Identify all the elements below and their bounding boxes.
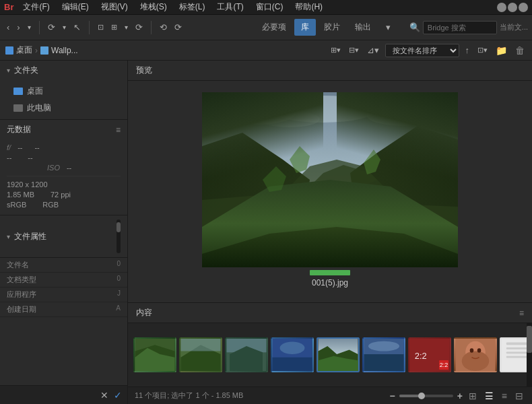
zoom-minus-btn[interactable]: − [389, 391, 395, 401]
aperture-label: f/ [7, 143, 11, 152]
fileprops-scrollbar-thumb[interactable] [117, 222, 121, 232]
thumbnail-5[interactable] [317, 337, 360, 372]
output-button[interactable]: ⊞ [108, 22, 120, 33]
content-menu-icon[interactable]: ≡ [519, 308, 524, 318]
recent-dropdown[interactable]: ▾ [60, 22, 69, 33]
redo-button[interactable]: ⟳ [172, 21, 185, 34]
view-options-btn[interactable]: ⊟▾ [347, 44, 361, 56]
undo-button[interactable]: ⟲ [157, 21, 170, 34]
thumbnail-6[interactable] [362, 337, 405, 372]
colorspace-val: sRGB [7, 201, 26, 209]
ppi-val: 72 ppi [51, 191, 71, 199]
thumb1-img [135, 339, 175, 371]
edit-group: ⟲ ⟳ [157, 21, 185, 34]
sort-asc-btn[interactable]: ↑ [463, 44, 472, 57]
content-label: 内容 [136, 307, 152, 318]
filter-icon[interactable]: ⊿▾ [365, 44, 381, 57]
camera-raw-button[interactable]: ⊡ [95, 22, 106, 33]
colormode-val: RGB [42, 201, 59, 209]
sort-dropdown[interactable]: 按文件名排序 [385, 44, 459, 57]
tab-filmstrip[interactable]: 胶片 [317, 19, 347, 36]
menu-edit[interactable]: 编辑(E) [57, 0, 94, 14]
view-grid-btn[interactable]: ⊞ [467, 389, 479, 403]
folders-header[interactable]: ▾ 文件夹 [0, 61, 127, 80]
minimize-button[interactable] [497, 3, 506, 12]
close-button[interactable] [519, 3, 528, 12]
fileprop-filename-key: 文件名 [7, 260, 47, 270]
filter-btn[interactable]: ⊞▾ [329, 44, 343, 56]
landscape-bg [202, 92, 458, 267]
menu-window[interactable]: 窗口(C) [251, 0, 289, 14]
aperture-val: -- [18, 143, 22, 152]
thumbnail-8[interactable] [454, 337, 497, 372]
tab-output[interactable]: 输出 [348, 19, 378, 36]
zoom-plus-btn[interactable]: + [457, 391, 463, 401]
metadata-header[interactable]: 元数据 ≡ [0, 120, 127, 139]
view-panel-btn[interactable]: ⊟ [513, 389, 525, 403]
svg-point-4 [259, 111, 320, 127]
metadata-menu-icon[interactable]: ≡ [116, 125, 121, 135]
menu-label[interactable]: 标签(L) [174, 0, 211, 14]
forward-button[interactable]: › [14, 21, 22, 34]
thumbnail-9[interactable] [500, 337, 527, 372]
view-list-btn[interactable]: ☰ [483, 389, 496, 403]
thumbnail-4[interactable] [271, 337, 314, 372]
view-detail-btn[interactable]: ≡ [500, 389, 509, 403]
thumbnail-7[interactable]: 2:2 2:2 [408, 337, 451, 372]
new-folder-btn[interactable]: 📁 [494, 44, 509, 57]
thumb3-img [226, 339, 267, 371]
menu-stack[interactable]: 堆栈(S) [135, 0, 172, 14]
fileprops-header[interactable]: ▾ 文件属性 [0, 215, 127, 258]
svg-rect-42 [506, 351, 527, 354]
svg-point-1 [215, 100, 296, 125]
sync-button[interactable]: ⟳ [133, 21, 145, 34]
iso-val: -- [67, 164, 71, 172]
tab-library[interactable]: 库 [294, 19, 316, 36]
tab-more[interactable]: ▾ [379, 20, 397, 35]
scrollbar-thumb[interactable] [527, 326, 532, 353]
search-scope-label: 当前文... [500, 22, 528, 32]
thumbnail-3[interactable] [225, 337, 268, 372]
rotate-view-btn[interactable]: ⊡▾ [475, 44, 490, 56]
svg-rect-43 [506, 356, 527, 358]
breadcrumb-desktop-icon [5, 46, 13, 55]
breadcrumb-sep: › [35, 46, 38, 55]
fileprops-section: ▾ 文件属性 文件名 0 文档类型 0 应用程序 J [0, 215, 127, 385]
svg-point-2 [269, 96, 377, 123]
sep2 [89, 21, 90, 34]
menu-file[interactable]: 文件(F) [18, 0, 55, 14]
recent-button[interactable]: ⟳ [45, 21, 58, 34]
panel-footer: ✕ ✓ [0, 385, 127, 404]
nav-dropdown[interactable]: ▾ [25, 22, 34, 33]
svg-point-38 [477, 348, 481, 352]
thumbnail-1[interactable] [133, 337, 176, 372]
back-button[interactable]: ‹ [4, 21, 12, 34]
breadcrumb-folder[interactable]: Wallp... [51, 46, 78, 55]
menu-view[interactable]: 视图(V) [96, 0, 133, 14]
delete-btn[interactable]: 🗑 [513, 44, 527, 57]
fileprop-created-key: 创建日期 [7, 304, 47, 314]
menu-tools[interactable]: 工具(T) [211, 0, 248, 14]
output-dropdown[interactable]: ▾ [122, 22, 131, 33]
search-input[interactable] [423, 21, 497, 34]
svg-rect-30 [364, 354, 403, 371]
focal-label: -- [7, 154, 11, 162]
restore-button[interactable] [508, 3, 517, 12]
content-scrollbar[interactable] [527, 323, 532, 386]
folder-computer[interactable]: 此电脑 [0, 100, 127, 116]
folder-desktop[interactable]: 桌面 [0, 83, 127, 100]
shutter-val: -- [34, 143, 39, 152]
goto-photoshop[interactable]: ↖ [71, 21, 84, 34]
toolbar: ‹ › ▾ ⟳ ▾ ↖ ⊡ ⊞ ▾ ⟳ ⟲ ⟳ 必要项 库 胶片 输出 ▾ 🔍 … [0, 15, 532, 40]
metadata-content: f/ -- -- -- -- ISO -- 1920 x 1200 [0, 139, 127, 215]
breadcrumb-desktop[interactable]: 桌面 [16, 44, 32, 56]
thumbnail-2[interactable] [179, 337, 222, 372]
zoom-slider[interactable] [399, 395, 453, 397]
svg-marker-9 [202, 180, 458, 267]
menu-help[interactable]: 帮助(H) [290, 0, 328, 14]
footer-confirm-btn[interactable]: ✓ [114, 390, 122, 401]
tab-essentials[interactable]: 必要项 [255, 19, 293, 36]
footer-cancel-btn[interactable]: ✕ [100, 390, 108, 401]
zoom-handle[interactable] [418, 393, 425, 399]
thumb5-img [318, 339, 358, 371]
